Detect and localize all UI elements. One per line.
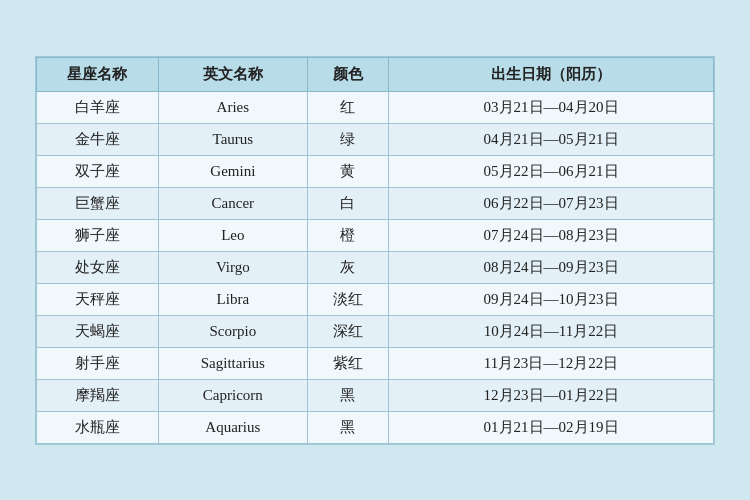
table-header-row: 星座名称 英文名称 颜色 出生日期（阳历） bbox=[37, 57, 714, 91]
cell-date: 12月23日—01月22日 bbox=[389, 379, 714, 411]
cell-en: Capricorn bbox=[158, 379, 307, 411]
cell-en: Aries bbox=[158, 91, 307, 123]
cell-color: 深红 bbox=[307, 315, 388, 347]
table-row: 巨蟹座Cancer白06月22日—07月23日 bbox=[37, 187, 714, 219]
cell-en: Sagittarius bbox=[158, 347, 307, 379]
cell-date: 04月21日—05月21日 bbox=[389, 123, 714, 155]
cell-color: 红 bbox=[307, 91, 388, 123]
header-color: 颜色 bbox=[307, 57, 388, 91]
cell-date: 10月24日—11月22日 bbox=[389, 315, 714, 347]
cell-date: 03月21日—04月20日 bbox=[389, 91, 714, 123]
cell-zh: 射手座 bbox=[37, 347, 159, 379]
cell-zh: 处女座 bbox=[37, 251, 159, 283]
table-row: 白羊座Aries红03月21日—04月20日 bbox=[37, 91, 714, 123]
cell-en: Virgo bbox=[158, 251, 307, 283]
cell-en: Scorpio bbox=[158, 315, 307, 347]
cell-date: 05月22日—06月21日 bbox=[389, 155, 714, 187]
cell-zh: 天蝎座 bbox=[37, 315, 159, 347]
table-row: 射手座Sagittarius紫红11月23日—12月22日 bbox=[37, 347, 714, 379]
cell-date: 09月24日—10月23日 bbox=[389, 283, 714, 315]
cell-zh: 金牛座 bbox=[37, 123, 159, 155]
table-row: 水瓶座Aquarius黑01月21日—02月19日 bbox=[37, 411, 714, 443]
cell-date: 06月22日—07月23日 bbox=[389, 187, 714, 219]
cell-color: 灰 bbox=[307, 251, 388, 283]
table-body: 白羊座Aries红03月21日—04月20日金牛座Taurus绿04月21日—0… bbox=[37, 91, 714, 443]
table-row: 天蝎座Scorpio深红10月24日—11月22日 bbox=[37, 315, 714, 347]
cell-color: 淡红 bbox=[307, 283, 388, 315]
cell-en: Gemini bbox=[158, 155, 307, 187]
cell-zh: 巨蟹座 bbox=[37, 187, 159, 219]
cell-date: 07月24日—08月23日 bbox=[389, 219, 714, 251]
cell-date: 08月24日—09月23日 bbox=[389, 251, 714, 283]
cell-zh: 天秤座 bbox=[37, 283, 159, 315]
cell-date: 01月21日—02月19日 bbox=[389, 411, 714, 443]
table-row: 天秤座Libra淡红09月24日—10月23日 bbox=[37, 283, 714, 315]
cell-en: Cancer bbox=[158, 187, 307, 219]
cell-en: Aquarius bbox=[158, 411, 307, 443]
cell-en: Taurus bbox=[158, 123, 307, 155]
cell-color: 紫红 bbox=[307, 347, 388, 379]
cell-color: 绿 bbox=[307, 123, 388, 155]
header-zh: 星座名称 bbox=[37, 57, 159, 91]
table-row: 金牛座Taurus绿04月21日—05月21日 bbox=[37, 123, 714, 155]
cell-zh: 狮子座 bbox=[37, 219, 159, 251]
table-row: 摩羯座Capricorn黑12月23日—01月22日 bbox=[37, 379, 714, 411]
cell-date: 11月23日—12月22日 bbox=[389, 347, 714, 379]
zodiac-table: 星座名称 英文名称 颜色 出生日期（阳历） 白羊座Aries红03月21日—04… bbox=[36, 57, 714, 444]
cell-en: Libra bbox=[158, 283, 307, 315]
cell-zh: 双子座 bbox=[37, 155, 159, 187]
cell-zh: 白羊座 bbox=[37, 91, 159, 123]
cell-zh: 摩羯座 bbox=[37, 379, 159, 411]
cell-zh: 水瓶座 bbox=[37, 411, 159, 443]
zodiac-table-container: 星座名称 英文名称 颜色 出生日期（阳历） 白羊座Aries红03月21日—04… bbox=[35, 56, 715, 445]
cell-color: 黑 bbox=[307, 379, 388, 411]
table-row: 狮子座Leo橙07月24日—08月23日 bbox=[37, 219, 714, 251]
cell-color: 白 bbox=[307, 187, 388, 219]
cell-color: 黄 bbox=[307, 155, 388, 187]
cell-color: 橙 bbox=[307, 219, 388, 251]
cell-color: 黑 bbox=[307, 411, 388, 443]
cell-en: Leo bbox=[158, 219, 307, 251]
table-row: 双子座Gemini黄05月22日—06月21日 bbox=[37, 155, 714, 187]
header-date: 出生日期（阳历） bbox=[389, 57, 714, 91]
header-en: 英文名称 bbox=[158, 57, 307, 91]
table-row: 处女座Virgo灰08月24日—09月23日 bbox=[37, 251, 714, 283]
